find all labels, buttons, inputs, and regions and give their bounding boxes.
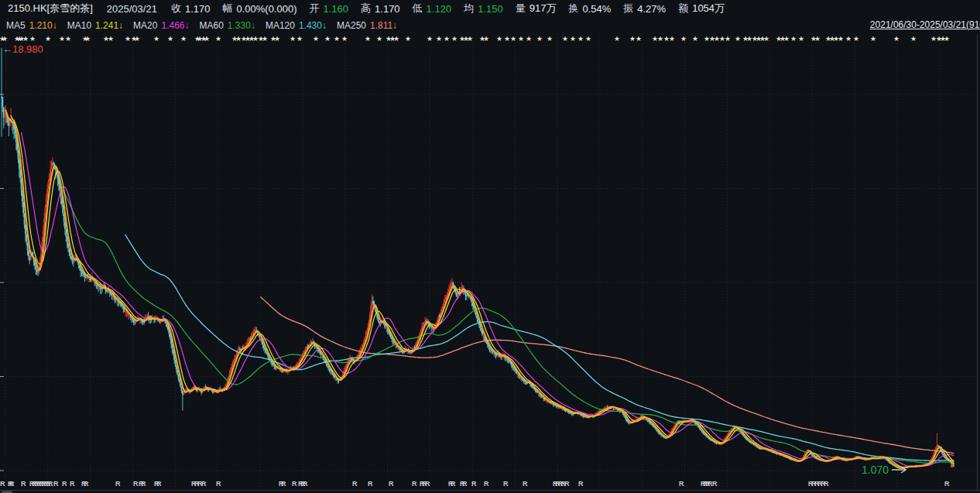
star-event-marker[interactable]: ★ [451,35,457,43]
star-event-marker[interactable]: ★ [629,35,636,43]
star-event-marker[interactable]: ★ [290,35,296,43]
star-event-marker[interactable]: ★ [547,35,553,43]
star-event-marker[interactable]: ★ [376,35,382,43]
star-event-marker[interactable]: ★ [845,35,852,43]
star-event-marker[interactable]: ★ [853,35,859,43]
star-event-marker[interactable]: ★ [577,35,584,43]
star-event-marker[interactable]: ★ [324,35,331,43]
r-event-marker[interactable]: R [564,480,570,488]
star-event-marker[interactable]: ★ [167,35,173,43]
star-event-marker[interactable]: ★ [65,35,71,43]
r-event-marker[interactable]: R [712,480,718,488]
star-event-marker[interactable]: ★ [334,35,340,43]
star-event-marker[interactable]: ★ [134,35,140,43]
star-event-marker[interactable]: ★ [783,35,790,43]
star-event-marker[interactable]: ★ [763,35,769,43]
r-event-marker[interactable]: R [824,480,829,488]
star-event-marker[interactable]: ★ [180,35,187,43]
star-event-marker[interactable]: ★ [204,35,210,43]
star-event-marker[interactable]: ★ [29,35,36,43]
star-event-marker[interactable]: ★ [496,35,502,43]
r-event-marker[interactable]: R [0,480,5,488]
star-event-marker[interactable]: ★ [262,35,268,43]
r-event-marker[interactable]: R [425,480,430,488]
star-event-marker[interactable]: ★ [798,35,804,43]
star-event-marker[interactable]: ★ [680,35,687,43]
star-event-marker[interactable]: ★ [570,35,576,43]
star-event-marker[interactable]: ★ [84,35,91,43]
star-event-marker[interactable]: ★ [669,35,675,43]
star-event-marker[interactable]: ★ [636,35,642,43]
star-event-marker[interactable]: ★ [59,35,65,43]
star-event-marker[interactable]: ★ [518,35,524,43]
star-event-marker[interactable]: ★ [657,35,663,43]
star-event-marker[interactable]: ★ [944,35,950,43]
r-event-marker[interactable]: R [62,480,67,488]
star-event-marker[interactable]: ★ [526,35,532,43]
star-event-marker[interactable]: ★ [313,35,319,43]
star-event-marker[interactable]: ★ [393,35,399,43]
r-event-marker[interactable]: R [944,480,950,488]
star-event-marker[interactable]: ★ [585,35,591,43]
star-event-marker[interactable]: ★ [341,35,348,43]
r-event-marker[interactable]: R [389,480,394,488]
r-event-marker[interactable]: R [216,480,221,488]
star-event-marker[interactable]: ★ [153,35,159,43]
r-event-marker[interactable]: R [462,480,468,488]
r-event-marker[interactable]: R [523,480,528,488]
r-event-marker[interactable]: R [484,480,489,488]
r-event-marker[interactable]: R [292,480,297,488]
star-event-marker[interactable]: ★ [436,35,442,43]
r-event-marker[interactable]: R [84,480,89,488]
star-event-marker[interactable]: ★ [910,35,917,43]
kline-chart-canvas[interactable]: ★★★★★★★★★★★★★★★★★★★★★★★★★★★★★★★★★★★★★★★★… [0,0,980,493]
r-event-marker[interactable]: R [352,480,358,488]
star-event-marker[interactable]: ★ [814,35,821,43]
r-event-marker[interactable]: R [201,480,207,488]
r-event-marker[interactable]: R [9,480,15,488]
star-event-marker[interactable]: ★ [692,35,698,43]
r-event-marker[interactable]: R [133,480,139,488]
star-event-marker[interactable]: ★ [870,35,876,43]
r-event-marker[interactable]: R [53,480,59,488]
star-event-marker[interactable]: ★ [2,35,8,43]
r-event-marker[interactable]: R [303,480,308,488]
star-event-marker[interactable]: ★ [22,35,29,43]
star-event-marker[interactable]: ★ [510,35,516,43]
star-event-marker[interactable]: ★ [365,35,371,43]
star-event-marker[interactable]: ★ [405,35,411,43]
date-range-link[interactable]: 2021/06/30-2025/03/21(916 [870,19,980,30]
star-event-marker[interactable]: ★ [215,35,221,43]
r-event-marker[interactable]: R [70,480,75,488]
star-event-marker[interactable]: ★ [108,35,114,43]
r-event-marker[interactable]: R [412,480,417,488]
star-event-marker[interactable]: ★ [296,35,303,43]
r-event-marker[interactable]: R [281,480,286,488]
r-event-marker[interactable]: R [115,480,121,488]
star-event-marker[interactable]: ★ [725,35,731,43]
star-event-marker[interactable]: ★ [536,35,543,43]
r-event-marker[interactable]: R [368,480,373,488]
r-event-marker[interactable]: R [141,480,146,488]
r-event-marker[interactable]: R [578,480,584,488]
r-event-marker[interactable]: R [679,480,684,488]
star-event-marker[interactable]: ★ [735,35,741,43]
star-event-marker[interactable]: ★ [483,35,489,43]
star-event-marker[interactable]: ★ [427,35,433,43]
star-event-marker[interactable]: ★ [45,35,51,43]
r-event-marker[interactable]: R [451,480,456,488]
star-event-marker[interactable]: ★ [274,35,280,43]
star-event-marker[interactable]: ★ [614,35,620,43]
star-event-marker[interactable]: ★ [893,35,899,43]
star-event-marker[interactable]: ★ [838,35,844,43]
r-event-marker[interactable]: R [471,480,477,488]
r-event-marker[interactable]: R [48,480,53,488]
star-event-marker[interactable]: ★ [125,35,131,43]
r-event-marker[interactable]: R [156,480,162,488]
star-event-marker[interactable]: ★ [467,35,473,43]
star-event-marker[interactable]: ★ [562,35,568,43]
r-event-marker[interactable]: R [503,480,509,488]
star-event-marker[interactable]: ★ [790,35,797,43]
r-event-marker[interactable]: R [21,480,26,488]
star-event-marker[interactable]: ★ [444,35,450,43]
